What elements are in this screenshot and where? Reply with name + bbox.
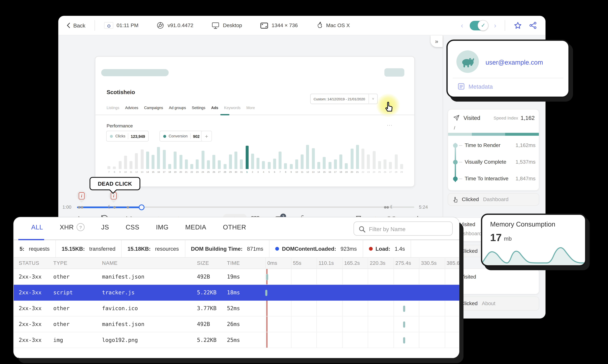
chart-bar [207, 160, 210, 169]
site-tab-ad-groups[interactable]: Ad groups [169, 106, 186, 110]
table-row[interactable]: 2xx-3xxscripttracker.js5.22KB18ms [14, 285, 459, 300]
event-marker-dot[interactable] [384, 206, 387, 208]
section-more-button[interactable]: ··· [387, 122, 393, 127]
table-row[interactable]: 2xx-3xximglogo192.png5.22KB25ms [14, 332, 459, 348]
column-header-type[interactable]: TYPE [53, 260, 102, 266]
metric-card-clicks[interactable]: Clicks 123,949 [106, 131, 149, 142]
collapse-sidebar-button[interactable]: » [431, 35, 443, 47]
timeline-tick: 275.4s [395, 260, 411, 266]
xhr-help-icon[interactable]: ? [77, 223, 85, 231]
column-header-size[interactable]: SIZE [197, 260, 227, 266]
chart-bar-label: 3 [255, 171, 261, 173]
chart-bar [152, 155, 155, 169]
chart-bar-label: 4 [261, 171, 266, 173]
visited-metric: Visually Complete1,537ms [448, 154, 539, 170]
chart-bar [262, 161, 265, 169]
event-action: Clicked [461, 248, 478, 254]
chart-bar-label: 8 [112, 171, 117, 173]
table-row[interactable]: 2xx-3xxotherfavicon.ico3.77KB52ms [14, 300, 459, 316]
chart-bar-label: 15 [322, 171, 327, 173]
column-header-name[interactable]: NAME [102, 260, 197, 266]
network-tab-other[interactable]: OTHER [223, 223, 246, 231]
previous-session-button[interactable]: ‹ [461, 22, 463, 29]
timeline-tick: 220.3s [370, 260, 386, 266]
site-tab-settings[interactable]: Settings [192, 106, 205, 110]
metric-dash [459, 145, 462, 145]
network-tab-css[interactable]: CSS [126, 223, 139, 231]
chart-bar-label: 12 [305, 171, 310, 173]
column-header-time[interactable]: TIME [227, 260, 265, 266]
chart-bar-label: 25 [377, 171, 382, 173]
event-marker-dot[interactable] [78, 206, 80, 208]
chart-bar [135, 153, 138, 169]
filter-by-name-input[interactable] [368, 222, 450, 236]
chart-bar [301, 155, 304, 169]
network-tab-all[interactable]: ALL [31, 223, 43, 231]
favorite-star-button[interactable] [513, 21, 522, 30]
event-row-clicked-about[interactable]: Clicked About [448, 296, 539, 311]
chart-bar-label: 21 [183, 171, 189, 173]
chart-bar [234, 152, 237, 169]
site-tab-campaigns[interactable]: Campaigns [144, 106, 163, 110]
event-ripple-icon: (( [108, 204, 110, 208]
chart-bar-label: 31 [239, 171, 244, 173]
seek-track[interactable]: (((( [77, 207, 414, 208]
share-button[interactable] [529, 21, 537, 29]
network-tab-js[interactable]: JS [101, 223, 109, 231]
chart-bar-label: 22 [360, 171, 366, 173]
cell-status: 2xx-3xx [19, 305, 53, 311]
issue-pin[interactable]: i [75, 189, 89, 203]
cell-status: 2xx-3xx [19, 321, 53, 327]
chart-bar-label: 17 [161, 171, 167, 173]
event-action: Clicked [462, 196, 479, 202]
site-tab-listings[interactable]: Listings [107, 106, 119, 110]
site-tab-keywords[interactable]: Keywords [224, 106, 241, 110]
timeline-dot-icon [453, 160, 458, 164]
next-session-button[interactable]: › [494, 22, 496, 29]
event-marker-dot[interactable] [387, 206, 389, 208]
chart-bar-label: 18 [167, 171, 172, 173]
chart-bar [185, 159, 188, 169]
cell-size: 5.22KB [197, 337, 227, 343]
site-tab-advices[interactable]: Advices [125, 106, 138, 110]
visited-event-card[interactable]: Visited Speed Index 1,162 / Time to Rend… [448, 109, 539, 191]
site-date-range-select[interactable]: Custom: 14/12/2019 - 21/01/2020 ˅ [310, 94, 378, 104]
metric-card-conversion[interactable]: Conversion 902 [159, 131, 203, 142]
chart-bar-label: 28 [222, 171, 228, 173]
chart-bar [268, 162, 271, 169]
event-marker-dot[interactable] [81, 206, 83, 208]
event-row-clicked-dashboard[interactable]: Clicked Dashboard [448, 193, 539, 206]
chart-bar-label: 7 [277, 171, 283, 173]
seek-knob[interactable] [139, 204, 144, 210]
event-marker-dot[interactable] [127, 206, 129, 208]
column-header-status[interactable]: STATUS [19, 260, 53, 266]
back-button[interactable]: Back [67, 22, 85, 28]
network-tab-xhr[interactable]: XHR? [60, 223, 85, 231]
back-label: Back [73, 22, 85, 28]
cell-size: 5.22KB [197, 289, 227, 296]
event-marker-dot[interactable] [113, 206, 116, 208]
chart-bar [218, 160, 221, 169]
screen-resolution: 1344 × 736 [260, 22, 298, 28]
table-row[interactable]: 2xx-3xxothermanifest.json492B26ms [14, 316, 459, 332]
add-metric-button[interactable]: + [201, 131, 212, 142]
metadata-button[interactable]: Metadata [458, 83, 493, 90]
site-tab-ads[interactable]: Ads [211, 106, 218, 110]
table-row[interactable]: 2xx-3xxothermanifest.json492B19ms [14, 269, 459, 285]
network-tab-img[interactable]: IMG [156, 223, 168, 231]
chart-bar-label: 27 [217, 171, 222, 173]
site-tab-more[interactable]: More [246, 106, 255, 110]
autoplay-toggle[interactable]: ✓ [470, 21, 487, 30]
network-stat: 15.18KB: resources [122, 240, 185, 257]
user-email[interactable]: user@example.com [486, 59, 543, 66]
chart-bar [328, 162, 331, 169]
metric-dot-icon [163, 135, 166, 138]
metric-value: 1,537ms [516, 159, 536, 165]
network-tab-media[interactable]: MEDIA [185, 223, 206, 231]
chart-bar-label: 13 [310, 171, 316, 173]
chart-bar [345, 163, 348, 169]
speed-segment-1 [448, 133, 472, 136]
event-row-visited[interactable]: Visited [448, 269, 539, 294]
chart-bar-label: 25 [206, 171, 211, 173]
cell-size: 492B [197, 321, 227, 327]
